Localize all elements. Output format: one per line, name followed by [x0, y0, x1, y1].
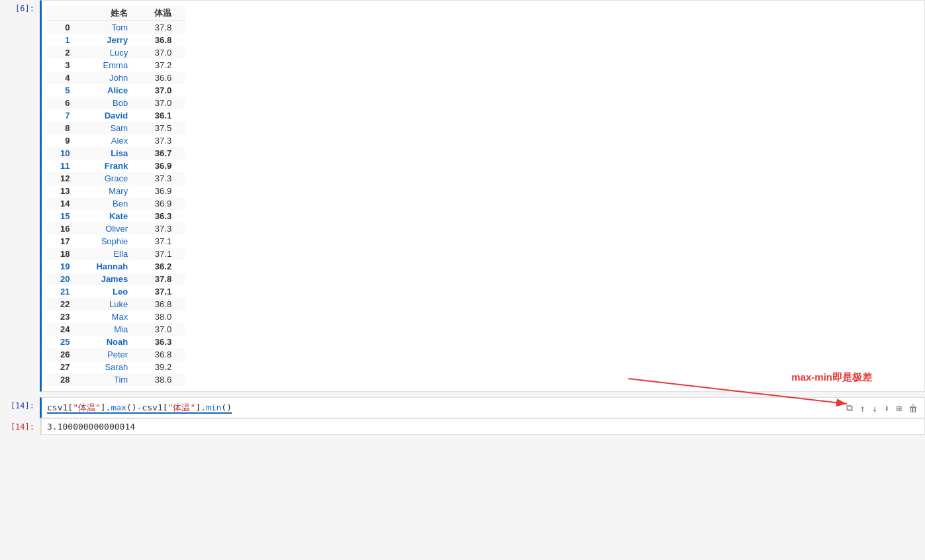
row-name: Luke [83, 298, 141, 310]
row-temp: 36.1 [141, 109, 185, 122]
table-row: 27Sarah39.2 [47, 361, 185, 373]
row-temp: 36.7 [141, 147, 185, 160]
table-row: 8Sam37.5 [47, 122, 185, 134]
table-row: 26Peter36.8 [47, 348, 185, 361]
output-label-14: [14]: [0, 418, 40, 435]
row-name: David [83, 109, 141, 122]
row-name: Noah [83, 336, 141, 348]
row-index: 8 [47, 122, 83, 134]
row-name: Leo [83, 285, 141, 298]
row-name: Tom [83, 21, 141, 34]
row-index: 1 [47, 34, 83, 46]
row-temp: 36.9 [141, 185, 185, 197]
row-index: 16 [47, 222, 83, 235]
row-name: Max [83, 310, 141, 323]
col-header-temp: 体温 [141, 6, 185, 21]
row-index: 6 [47, 97, 83, 109]
row-index: 22 [47, 298, 83, 310]
table-row: 14Ben36.9 [47, 197, 185, 210]
output-cell-6: [6]: 姓名 体温 0Tom37.81Jerry36.82Lucy37.03E… [0, 0, 925, 392]
row-temp: 36.6 [141, 71, 185, 84]
row-temp: 37.8 [141, 273, 185, 285]
row-temp: 36.9 [141, 160, 185, 172]
row-name: Bob [83, 97, 141, 109]
table-row: 2Lucy37.0 [47, 46, 185, 59]
table-row: 22Luke36.8 [47, 298, 185, 310]
row-name: Oliver [83, 222, 141, 235]
row-index: 5 [47, 84, 83, 97]
row-index: 18 [47, 248, 83, 260]
row-temp: 38.6 [141, 373, 185, 386]
row-index: 12 [47, 172, 83, 185]
row-index: 2 [47, 46, 83, 59]
row-name: Alice [83, 84, 141, 97]
row-index: 4 [47, 71, 83, 84]
table-row: 24Mia37.0 [47, 323, 185, 336]
svg-line-1 [628, 379, 847, 404]
table-row: 4John36.6 [47, 71, 185, 84]
cell-label-6: [6]: [0, 0, 40, 392]
code-dot: ]. [101, 402, 111, 412]
table-row: 19Hannah36.2 [47, 260, 185, 273]
table-row: 5Alice37.0 [47, 84, 185, 97]
table-row: 17Sophie37.1 [47, 235, 185, 248]
annotation-arrow [628, 372, 913, 412]
row-index: 24 [47, 323, 83, 336]
table-row: 25Noah36.3 [47, 336, 185, 348]
table-row: 12Grace37.3 [47, 172, 185, 185]
row-temp: 37.2 [141, 59, 185, 71]
row-temp: 37.0 [141, 84, 185, 97]
row-index: 17 [47, 235, 83, 248]
row-temp: 37.1 [141, 285, 185, 298]
table-row: 9Alex37.3 [47, 134, 185, 147]
output-content-14: 3.100000000000014 [40, 418, 925, 435]
row-name: Emma [83, 59, 141, 71]
code-method-max: max [111, 402, 126, 412]
row-index: 15 [47, 210, 83, 222]
row-temp: 36.3 [141, 336, 185, 348]
table-row: 10Lisa36.7 [47, 147, 185, 160]
row-name: Sam [83, 122, 141, 134]
table-row: 13Mary36.9 [47, 185, 185, 197]
row-name: Sarah [83, 361, 141, 373]
row-name: Grace [83, 172, 141, 185]
row-temp: 38.0 [141, 310, 185, 323]
row-name: Ben [83, 197, 141, 210]
row-index: 19 [47, 260, 83, 273]
row-name: Hannah [83, 260, 141, 273]
row-name: Sophie [83, 235, 141, 248]
row-index: 27 [47, 361, 83, 373]
row-temp: 37.0 [141, 97, 185, 109]
row-temp: 37.3 [141, 134, 185, 147]
code-text: csv1["体温"].max()-csv1["体温"].min() [47, 402, 232, 414]
row-name: Frank [83, 160, 141, 172]
table-row: 3Emma37.2 [47, 59, 185, 71]
code-string-1: "体温" [73, 402, 101, 412]
row-temp: 37.0 [141, 323, 185, 336]
row-name: Kate [83, 210, 141, 222]
row-temp: 36.8 [141, 298, 185, 310]
col-header-name: 姓名 [83, 6, 141, 21]
row-temp: 37.3 [141, 172, 185, 185]
table-row: 15Kate36.3 [47, 210, 185, 222]
table-row: 1Jerry36.8 [47, 34, 185, 46]
notebook-container: [6]: 姓名 体温 0Tom37.81Jerry36.82Lucy37.03E… [0, 0, 925, 560]
row-index: 23 [47, 310, 83, 323]
code-parens: ()-csv1[ [126, 402, 168, 412]
table-row: 20James37.8 [47, 273, 185, 285]
row-name: Lucy [83, 46, 141, 59]
output-value-text: 3.100000000000014 [47, 422, 135, 432]
table-row: 23Max38.0 [47, 310, 185, 323]
code-method-min: min [206, 402, 221, 412]
row-temp: 37.3 [141, 222, 185, 235]
row-index: 20 [47, 273, 83, 285]
table-row: 21Leo37.1 [47, 285, 185, 298]
row-temp: 36.8 [141, 348, 185, 361]
row-name: John [83, 71, 141, 84]
row-index: 26 [47, 348, 83, 361]
row-name: Peter [83, 348, 141, 361]
row-index: 10 [47, 147, 83, 160]
row-index: 7 [47, 109, 83, 122]
table-row: 11Frank36.9 [47, 160, 185, 172]
row-temp: 37.8 [141, 21, 185, 34]
